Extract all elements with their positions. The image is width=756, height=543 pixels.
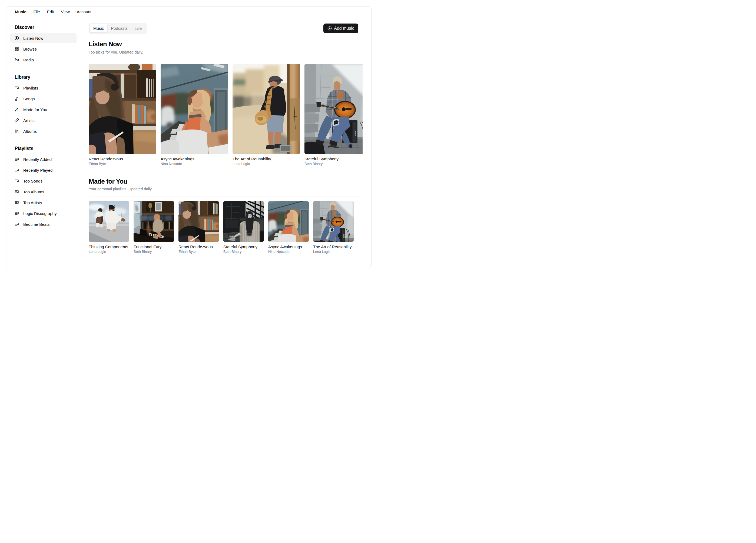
svg-text:CUBE: CUBE <box>354 130 357 136</box>
svg-text:CUBE: CUBE <box>343 234 344 238</box>
